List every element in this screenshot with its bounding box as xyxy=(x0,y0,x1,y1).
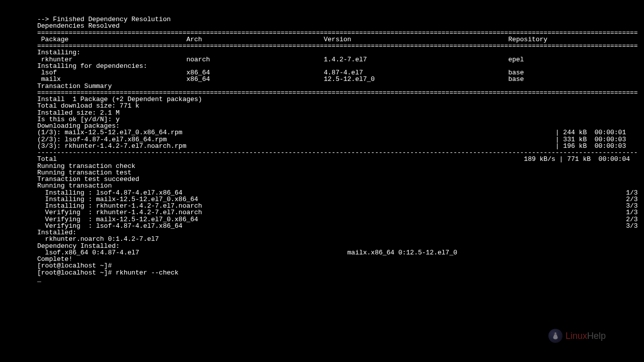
download-row: (3/3): rkhunter-1.4.2-7.el7.noarch.rpm |… xyxy=(37,143,607,149)
download-row: (2/3): lsof-4.87-4.el7.x86_64.rpm | 331 … xyxy=(37,136,607,143)
verify-step: Verifying : rkhunter-1.4.2-7.el7.noarch … xyxy=(37,209,607,216)
verify-step: Verifying : lsof-4.87-4.el7.x86_64 3/3 xyxy=(37,223,607,229)
download-row: (1/3): mailx-12.5-12.el7_0.x86_64.rpm | … xyxy=(37,129,607,136)
install-step: Installing : lsof-4.87-4.el7.x86_64 1/3 xyxy=(37,190,607,196)
terminal-output[interactable]: --> Finished Dependency Resolution Depen… xyxy=(37,16,607,283)
logo-text: LinuxHelp xyxy=(566,331,606,340)
line-install-count: Install 1 Package (+2 Dependent packages… xyxy=(37,96,607,103)
line-deps-resolved: Dependencies Resolved xyxy=(37,23,607,29)
section-installing: Installing: xyxy=(37,49,607,56)
line-rule: ========================================… xyxy=(37,30,607,36)
shell-prompt-command: [root@localhost ~]# rkhunter --check xyxy=(37,269,607,276)
dep-installed-row: lsof.x86_64 0:4.87-4.el7 mailx.x86_64 0:… xyxy=(37,249,607,256)
verify-step: Verifying : mailx-12.5-12.el7_0.x86_64 2… xyxy=(37,216,607,223)
svg-point-0 xyxy=(554,334,555,334)
linuxhelp-icon xyxy=(548,329,562,343)
line-rt: Running transaction xyxy=(37,183,607,189)
table-header: Package Arch Version Repository Size xyxy=(37,36,607,43)
terminal-cursor: _ xyxy=(37,276,41,283)
svg-point-1 xyxy=(556,334,556,334)
linuxhelp-logo: LinuxHelp xyxy=(548,329,606,343)
line-finished-dep: --> Finished Dependency Resolution xyxy=(37,16,607,23)
section-tx-summary: Transaction Summary xyxy=(37,83,607,89)
line-rule: ========================================… xyxy=(37,43,607,49)
line-rule: ========================================… xyxy=(37,89,607,96)
install-step: Installing : rkhunter-1.4.2-7.el7.noarch… xyxy=(37,203,607,209)
line-confirm-prompt: Is this ok [y/d/N]: y xyxy=(37,116,607,123)
pkg-row-lsof: lsof x86_64 4.87-4.el7 base 331 k xyxy=(37,69,607,76)
line-total: Total 189 kB/s | 771 kB 00:00:04 xyxy=(37,156,607,162)
line-installed-size: Installed size: 2.1 M xyxy=(37,110,607,116)
install-step: Installing : mailx-12.5-12.el7_0.x86_64 … xyxy=(37,196,607,203)
logo-text-linux: Linux xyxy=(566,331,587,341)
logo-text-help: Help xyxy=(587,331,606,341)
pkg-row-rkhunter: rkhunter noarch 1.4.2-7.el7 epel 196 k xyxy=(37,56,607,63)
installed-pkg: rkhunter.noarch 0:1.4.2-7.el7 xyxy=(37,236,607,242)
line-tts: Transaction test succeeded xyxy=(37,176,607,183)
pkg-row-mailx: mailx x86_64 12.5-12.el7_0 base 244 k xyxy=(37,76,607,82)
section-installed: Installed: xyxy=(37,229,607,236)
line-total-download: Total download size: 771 k xyxy=(37,103,607,109)
line-downloading: Downloading packages: xyxy=(37,123,607,129)
line-rtc: Running transaction check xyxy=(37,163,607,169)
section-dep-installed: Dependency Installed: xyxy=(37,243,607,249)
shell-prompt: [root@localhost ~]# xyxy=(37,262,607,269)
line-complete: Complete! xyxy=(37,256,607,262)
line-dash-rule: ----------------------------------------… xyxy=(37,149,607,156)
line-rtt: Running transaction test xyxy=(37,169,607,176)
section-installing-deps: Installing for dependencies: xyxy=(37,63,607,69)
